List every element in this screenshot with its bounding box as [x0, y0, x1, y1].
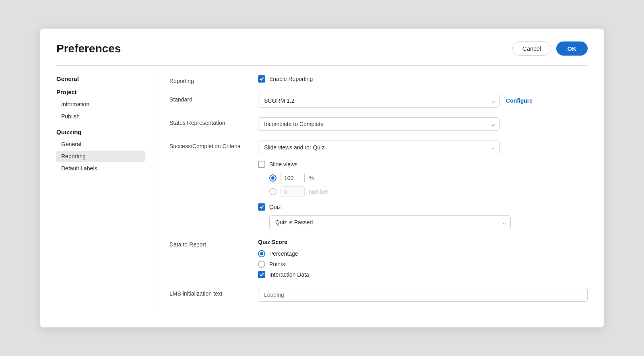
main-content: Reporting Enable Reporting Standard [153, 75, 588, 311]
percentage-radio-row: % [269, 173, 588, 183]
quiz-score-title: Quiz Score [258, 239, 588, 245]
lms-init-row: LMS initialization text [169, 288, 588, 302]
success-criteria-row: Success/Completion Criteria Slide views … [169, 141, 588, 229]
number-input[interactable] [281, 186, 305, 197]
data-options: Percentage Points Inte [258, 250, 588, 278]
data-to-report-row: Data to Report Quiz Score Percentage Poi… [169, 239, 588, 278]
sidebar-item-general[interactable]: General [56, 139, 145, 150]
percentage-option-radio[interactable] [258, 250, 265, 257]
percentage-radio[interactable] [269, 174, 277, 182]
success-criteria-label: Success/Completion Criteria [169, 141, 258, 149]
sidebar-quizzing-title[interactable]: Quizzing [56, 128, 145, 135]
sidebar-project-title[interactable]: Project [56, 89, 145, 95]
standard-row: Standard SCORM 1.2 SCORM 2004 AICC xAPI … [169, 94, 588, 108]
enable-reporting-checkbox[interactable] [258, 75, 265, 83]
points-option-row: Points [258, 261, 588, 268]
enable-reporting-row: Enable Reporting [258, 75, 588, 83]
sidebar: General Project Information Publish Quiz… [56, 75, 153, 311]
points-option-radio[interactable] [258, 261, 265, 268]
number-unit: number [309, 188, 328, 195]
lms-init-input[interactable] [258, 288, 588, 302]
reporting-label: Reporting [169, 75, 258, 84]
status-representation-control: Incomplete to Complete Passed/Failed Com… [258, 117, 588, 131]
data-to-report-control: Quiz Score Percentage Points [258, 239, 588, 278]
percentage-option-label: Percentage [269, 250, 298, 257]
status-select[interactable]: Incomplete to Complete Passed/Failed Com… [258, 117, 500, 131]
dialog-header: Preferences Cancel OK [56, 41, 588, 56]
sidebar-item-publish[interactable]: Publish [56, 111, 145, 122]
interaction-data-row: Interaction Data [258, 271, 588, 278]
percentage-option-row: Percentage [258, 250, 588, 257]
sidebar-item-information[interactable]: Information [56, 99, 145, 110]
ok-button[interactable]: OK [556, 41, 588, 56]
status-representation-row: Status Representation Incomplete to Comp… [169, 117, 588, 131]
standard-select-wrapper: SCORM 1.2 SCORM 2004 AICC xAPI ⌵ [258, 94, 500, 108]
sidebar-general-title[interactable]: General [56, 75, 145, 82]
points-option-label: Points [269, 261, 285, 267]
number-radio[interactable] [269, 188, 277, 195]
percentage-input[interactable] [281, 173, 305, 183]
quiz-dropdown-wrapper: Quiz is Passed Quiz is Completed Quiz is… [269, 215, 588, 229]
preferences-dialog: Preferences Cancel OK General Project In… [40, 29, 604, 327]
standard-control: SCORM 1.2 SCORM 2004 AICC xAPI ⌵ Configu… [258, 94, 588, 108]
sidebar-item-reporting[interactable]: Reporting [56, 151, 145, 162]
quiz-checkbox[interactable] [258, 203, 265, 211]
dialog-title: Preferences [56, 42, 121, 55]
content-area: General Project Information Publish Quiz… [56, 75, 588, 311]
standard-select-row: SCORM 1.2 SCORM 2004 AICC xAPI ⌵ Configu… [258, 94, 588, 108]
cancel-button[interactable]: Cancel [512, 41, 551, 56]
status-representation-label: Status Representation [169, 117, 258, 126]
number-radio-row: number [269, 186, 588, 197]
slide-views-label: Slide views [269, 161, 297, 168]
lms-init-control [258, 288, 588, 302]
quiz-select-wrapper: Quiz is Passed Quiz is Completed Quiz is… [269, 215, 511, 229]
reporting-row: Reporting Enable Reporting [169, 75, 588, 84]
percentage-unit: % [309, 175, 314, 181]
sidebar-item-default-labels[interactable]: Default Labels [56, 163, 145, 174]
success-select-wrapper: Slide views and /or Quiz Slide views onl… [258, 141, 500, 154]
interaction-data-checkbox[interactable] [258, 271, 265, 278]
slide-views-checkbox[interactable] [258, 161, 265, 168]
interaction-data-label: Interaction Data [269, 271, 309, 278]
header-buttons: Cancel OK [512, 41, 588, 56]
standard-label: Standard [169, 94, 258, 103]
status-select-wrapper: Incomplete to Complete Passed/Failed Com… [258, 117, 500, 131]
configure-link[interactable]: Configure [506, 97, 533, 104]
quiz-select[interactable]: Quiz is Passed Quiz is Completed Quiz is… [269, 215, 511, 229]
lms-init-label: LMS initialization text [169, 288, 258, 297]
standard-select[interactable]: SCORM 1.2 SCORM 2004 AICC xAPI [258, 94, 500, 108]
success-select[interactable]: Slide views and /or Quiz Slide views onl… [258, 141, 500, 154]
header-divider [56, 65, 588, 66]
data-to-report-label: Data to Report [169, 239, 258, 248]
slide-views-checkbox-row: Slide views [258, 161, 588, 168]
reporting-control: Enable Reporting [258, 75, 588, 83]
quiz-label: Quiz [269, 204, 281, 210]
quiz-checkbox-row: Quiz [258, 203, 588, 211]
success-criteria-control: Slide views and /or Quiz Slide views onl… [258, 141, 588, 229]
enable-reporting-label: Enable Reporting [269, 76, 313, 82]
